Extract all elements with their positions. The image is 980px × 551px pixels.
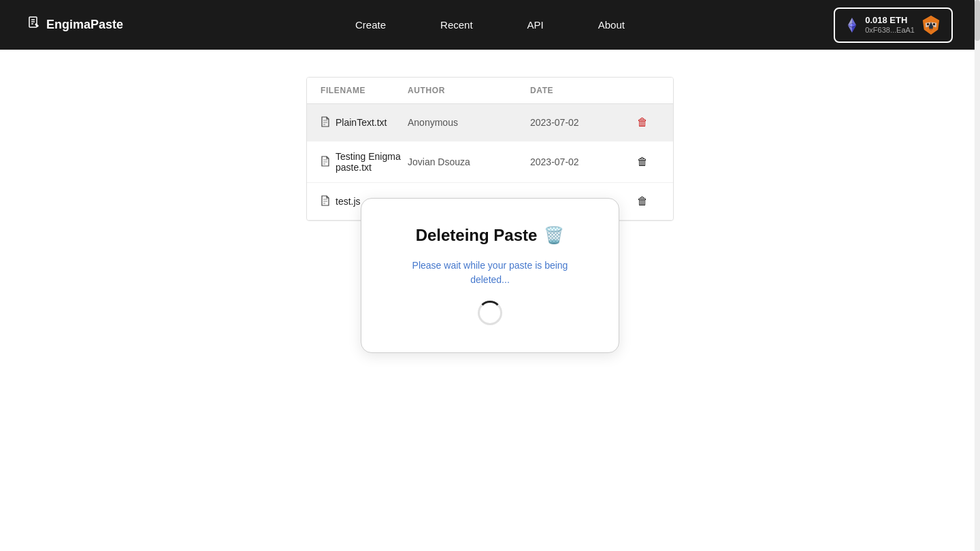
app-title: EngimaPaste (46, 18, 123, 32)
table-row[interactable]: Testing Enigma paste.txt Jovian Dsouza 2… (307, 141, 673, 183)
col-author: AUTHOR (408, 86, 530, 95)
date: 2023-07-02 (530, 117, 625, 128)
col-date: DATE (530, 86, 625, 95)
eth-icon (845, 18, 860, 33)
filename: Testing Enigma paste.txt (336, 151, 408, 173)
table-row[interactable]: PlainText.txt Anonymous 2023-07-02 🗑 (307, 104, 673, 141)
wallet-button[interactable]: 0.018 ETH 0xF638...EaA1 (834, 7, 953, 43)
col-filename: FILENAME (321, 86, 408, 95)
file-cell: PlainText.txt (321, 116, 408, 129)
logo-icon (27, 16, 41, 33)
modal-title-emoji: 🗑️ (544, 226, 564, 245)
modal-title-text: Deleteing Paste (416, 226, 538, 245)
filename: test.js (336, 196, 361, 207)
file-icon (321, 156, 330, 169)
svg-point-18 (933, 23, 935, 25)
metamask-fox-icon (920, 14, 942, 36)
header: EngimaPaste Create Recent API About 0.01… (0, 0, 980, 50)
action-cell: 🗑 (625, 193, 659, 210)
wallet-info: 0.018 ETH 0xF638...EaA1 (865, 15, 915, 35)
nav-recent[interactable]: Recent (440, 19, 473, 31)
scrollbar[interactable] (975, 0, 980, 551)
filename: PlainText.txt (336, 117, 387, 128)
author: Jovian Dsouza (408, 156, 530, 167)
delete-button[interactable]: 🗑 (634, 193, 651, 210)
svg-marker-11 (923, 15, 939, 22)
main-nav: Create Recent API About (355, 19, 625, 31)
author: Anonymous (408, 117, 530, 128)
delete-button[interactable]: 🗑 (634, 153, 651, 171)
date: 2023-07-02 (530, 156, 625, 167)
action-cell: 🗑 (625, 153, 659, 171)
nav-api[interactable]: API (527, 19, 544, 31)
wallet-address: 0xF638...EaA1 (865, 26, 915, 35)
file-icon (321, 195, 330, 208)
delete-button[interactable]: 🗑 (634, 114, 651, 131)
modal-title: Deleteing Paste 🗑️ (416, 226, 565, 245)
table-header: FILENAME AUTHOR DATE (307, 78, 673, 104)
file-icon (321, 116, 330, 129)
loading-spinner (478, 301, 502, 325)
action-cell: 🗑 (625, 114, 659, 131)
svg-point-17 (927, 23, 929, 25)
nav-about[interactable]: About (598, 19, 625, 31)
modal-subtitle: Please wait while your paste is being de… (402, 258, 578, 287)
file-cell: Testing Enigma paste.txt (321, 151, 408, 173)
app-logo[interactable]: EngimaPaste (27, 16, 123, 33)
nav-create[interactable]: Create (355, 19, 386, 31)
wallet-eth-amount: 0.018 ETH (865, 15, 907, 26)
scrollbar-thumb[interactable] (975, 0, 980, 41)
delete-modal: Deleteing Paste 🗑️ Please wait while you… (361, 198, 619, 353)
col-actions (625, 86, 659, 95)
